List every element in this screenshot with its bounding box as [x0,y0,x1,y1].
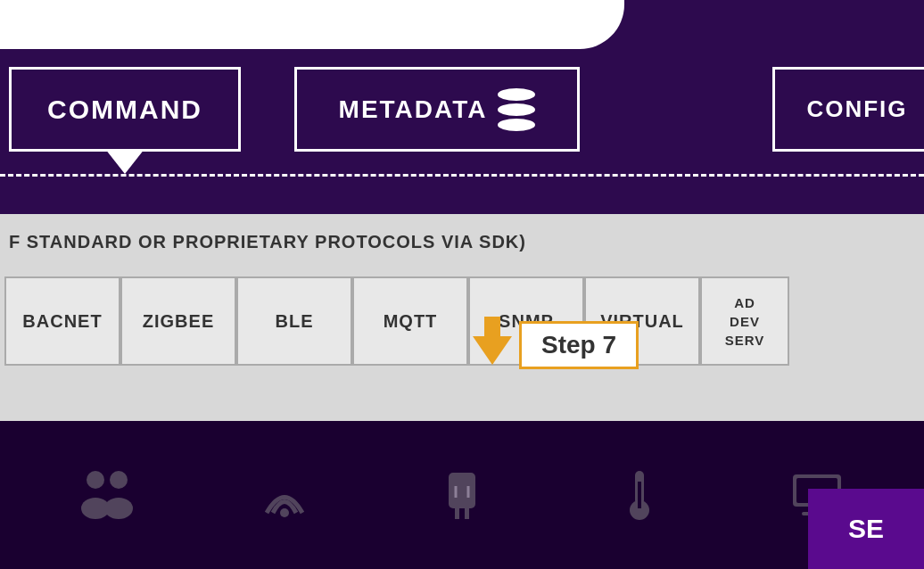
protocols-label: F STANDARD OR PROPRIETARY PROTOCOLS VIA … [9,232,526,252]
temperature-icon [608,464,671,526]
top-section: ROSERVICES INTERCOMMU... COMMAND METADAT… [0,0,924,214]
metadata-box: METADATA [294,67,580,152]
config-label: CONFIG [806,95,907,123]
svg-rect-6 [455,508,459,519]
people-icon [76,464,138,526]
energy-icon [431,464,493,526]
svg-rect-5 [449,473,475,508]
svg-point-3 [104,498,133,519]
svg-point-2 [110,471,128,489]
database-icon [498,88,535,131]
bottom-section: SE [0,421,924,569]
metadata-label: METADATA [339,95,488,124]
command-box: COMMAND [9,67,241,152]
se-box: SE [808,489,924,569]
command-arrow [105,149,144,174]
protocol-ble: BLE [236,276,352,366]
svg-point-0 [87,471,104,489]
config-box: CONFIG [772,67,924,152]
svg-rect-7 [465,508,469,519]
protocol-mqtt: MQTT [352,276,468,366]
sensor-icon [253,464,316,526]
add-dev-serv-box: AD DEV SERV [700,276,789,366]
dashed-separator [0,174,924,177]
step7-arrow [473,312,512,365]
protocol-row: BACNET ZIGBEE BLE MQTT SNMP VIRTUAL AD D… [0,276,924,366]
top-white-curve [0,0,624,49]
step7-box: Step 7 [519,321,639,369]
svg-point-4 [280,508,289,517]
middle-section: F STANDARD OR PROPRIETARY PROTOCOLS VIA … [0,214,924,433]
command-label: COMMAND [47,95,202,125]
se-label: SE [848,514,884,544]
protocol-zigbee: ZIGBEE [120,276,236,366]
step7-callout: Step 7 [473,312,639,369]
protocol-bacnet: BACNET [4,276,120,366]
